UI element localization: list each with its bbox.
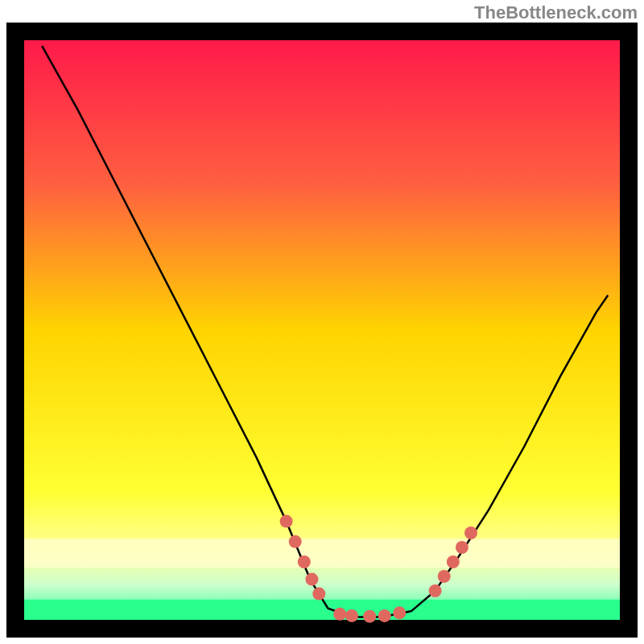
watermark-text: TheBottleneck.com: [474, 2, 638, 23]
marker-bottom: [345, 609, 358, 622]
marker-left: [289, 535, 302, 548]
marker-left: [305, 573, 318, 586]
green-band: [24, 600, 620, 620]
marker-left: [280, 515, 293, 528]
marker-bottom: [393, 606, 406, 619]
chart-container: TheBottleneck.com: [0, 0, 644, 644]
pale-band: [24, 539, 620, 568]
marker-right: [456, 541, 469, 554]
marker-left: [298, 555, 311, 568]
marker-bottom: [333, 608, 346, 621]
marker-right: [438, 570, 451, 583]
gradient-background: [24, 40, 620, 620]
marker-bottom: [378, 609, 391, 622]
marker-bottom: [363, 610, 376, 623]
marker-right: [447, 555, 460, 568]
marker-right: [464, 526, 477, 539]
marker-right: [429, 584, 442, 597]
marker-left: [312, 588, 325, 601]
bottleneck-chart: [0, 0, 644, 644]
